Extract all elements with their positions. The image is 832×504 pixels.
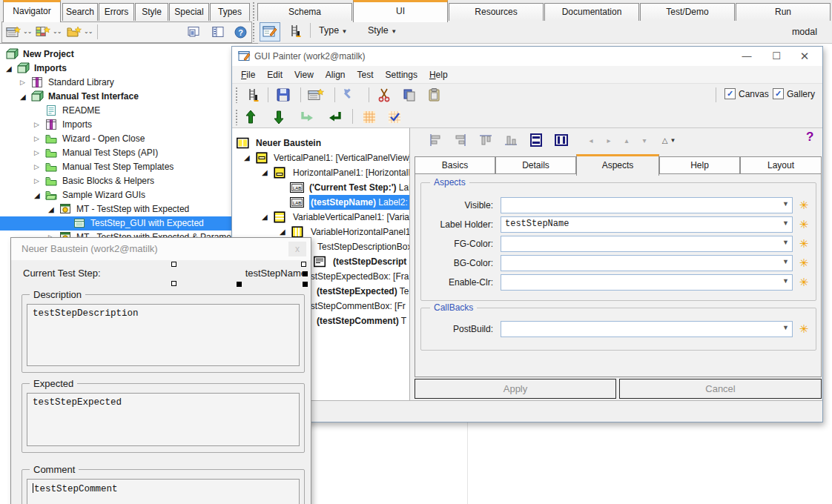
tree-item-teststep-gui-with-expected[interactable]: TestStep_GUI with Expected [0, 216, 258, 231]
visible-combo[interactable]: ▼ [501, 197, 793, 213]
minimize-icon[interactable]: — [735, 48, 759, 64]
undo-icon[interactable] [340, 85, 360, 105]
save-icon[interactable] [274, 85, 293, 105]
widget-row-horizontalpanel1[interactable]: ◢ HorizontalPanel1: [HorizontalP [232, 165, 409, 180]
tree-item-manual-test-steps-api[interactable]: ▷ Manual Test Steps (API) [0, 146, 258, 160]
expand-toggle-icon[interactable]: ▷ [34, 132, 39, 146]
tree-item-basic-blocks-helpers[interactable]: ▷ Basic Blocks & Helpers [0, 174, 258, 188]
canvas-checkbox[interactable]: ✓ Canvas [724, 88, 769, 99]
new-folder-icon[interactable] [66, 24, 82, 39]
chevron-down-icon[interactable]: ▼ [782, 324, 789, 331]
tab-style[interactable]: Style [135, 3, 168, 21]
paste-icon[interactable] [425, 85, 444, 105]
help-icon[interactable]: ? [232, 24, 248, 39]
tree-item-sample-wizard-guis[interactable]: ◢ Sample Wizard GUIs [0, 188, 258, 202]
align-top-icon[interactable] [475, 131, 496, 149]
visible-action-icon[interactable]: ✳ [797, 199, 810, 212]
menu-test[interactable]: Test [351, 70, 380, 80]
maximize-icon[interactable]: ☐ [765, 48, 788, 64]
tree-item-imports-inner[interactable]: ▷ Imports [0, 118, 258, 132]
cut-icon[interactable] [374, 85, 394, 105]
expand-toggle-icon[interactable]: ▷ [34, 146, 39, 160]
menu-edit[interactable]: Edit [261, 70, 288, 80]
expand-toggle-icon[interactable]: ▷ [34, 174, 39, 188]
menu-view[interactable]: View [288, 70, 320, 80]
selection-handle[interactable] [303, 282, 308, 287]
tree-item-wizard-open-close[interactable]: ▷ Wizard - Open Close [0, 132, 258, 146]
gui-browser-icon[interactable] [242, 85, 262, 105]
tree-item-manual-test-step-templates[interactable]: ▷ Manual Test Step Templates [0, 160, 258, 174]
bg-color-action-icon[interactable]: ✳ [797, 256, 810, 270]
expand-toggle-icon[interactable]: ▷ [20, 76, 25, 90]
fg-color-combo[interactable]: ▼ [501, 236, 793, 252]
align-right-icon[interactable] [450, 131, 471, 149]
painter-title-bar[interactable]: GUI Painter (work2@matilk) — ☐ ✕ [232, 47, 822, 66]
enable-clr-action-icon[interactable]: ✳ [797, 276, 810, 289]
tab-resources[interactable]: Resources [449, 3, 544, 21]
widget-row-verticalpanel1[interactable]: ◢ VerticalPanel1: [VerticalPanelView] [232, 150, 409, 165]
expand-toggle-icon[interactable]: ◢ [6, 62, 12, 76]
postbuild-combo[interactable]: ▼ [501, 321, 793, 337]
tree-item-manual-test-interface[interactable]: ◢ Manual Test Interface [0, 90, 258, 104]
menu-help[interactable]: Help [423, 70, 454, 80]
tree-item-mt-teststep-with-expected[interactable]: ◢ MT - TestStep with Expected [0, 202, 258, 216]
align-left-icon[interactable] [425, 131, 446, 149]
tab-ui[interactable]: UI [353, 0, 448, 22]
tab-documentation[interactable]: Documentation [544, 3, 639, 21]
tree-item-standard-library[interactable]: ▷ Standard Library [0, 76, 258, 90]
comment-textarea[interactable]: testStepComment [27, 479, 300, 504]
chevron-down-icon[interactable]: ▼ [782, 219, 789, 227]
test-step-name-widget[interactable]: testStepName [238, 268, 306, 279]
expand-toggle-icon[interactable]: ▷ [34, 118, 39, 132]
tab-navigator[interactable]: Navigator [3, 0, 61, 22]
postbuild-action-icon[interactable]: ✳ [797, 322, 810, 336]
selection-handle[interactable] [303, 271, 308, 276]
menu-align[interactable]: Align [320, 70, 351, 80]
tree-item-readme[interactable]: README [0, 104, 258, 118]
new-item-chevron-icon[interactable]: ⌄⌄ [53, 28, 61, 35]
new-canvas-icon[interactable] [306, 85, 326, 105]
copy-icon[interactable] [400, 85, 419, 105]
distribute-vertical-icon[interactable] [526, 131, 547, 149]
tab-types[interactable]: Types [210, 3, 250, 21]
tab-help[interactable]: Help [659, 156, 740, 173]
preview-title-bar[interactable]: Neuer Baustein (work2@matilk) x [11, 238, 311, 260]
tab-special[interactable]: Special [169, 3, 209, 21]
window-layout-icon[interactable] [186, 24, 202, 39]
tree-item-new-project[interactable]: New Project [0, 47, 258, 62]
widget-row-label1[interactable]: LAB ('Current Test Step:') Lab [232, 180, 409, 195]
chevron-down-icon[interactable]: ▼ [782, 258, 789, 265]
menu-file[interactable]: File [235, 70, 261, 80]
chevron-down-icon[interactable]: ▼ [782, 200, 789, 208]
ui-editor-icon[interactable] [260, 22, 280, 42]
label-holder-action-icon[interactable]: ✳ [797, 218, 810, 231]
expected-textarea[interactable]: testStepExpected [27, 393, 300, 446]
selection-handle[interactable] [171, 262, 176, 267]
type-dropdown[interactable]: Type ▼ [319, 25, 348, 36]
fg-color-action-icon[interactable]: ✳ [797, 237, 810, 251]
tab-aspects[interactable]: Aspects [576, 154, 659, 176]
expand-toggle-icon[interactable]: ◢ [20, 90, 26, 104]
widget-row-label2-selected[interactable]: LAB (testStepName) Label2: [L [232, 195, 409, 210]
tree-layout-icon[interactable] [211, 24, 227, 39]
tab-schema[interactable]: Schema [257, 3, 352, 21]
widget-root-row[interactable]: Neuer Baustein [232, 136, 409, 150]
nudge-right-icon[interactable]: ▸ [601, 131, 616, 149]
cancel-button[interactable]: Cancel [619, 379, 822, 399]
bg-color-combo[interactable]: ▼ [501, 255, 793, 271]
tab-basics[interactable]: Basics [415, 156, 495, 173]
preview-close-icon[interactable]: x [288, 242, 306, 256]
new-item-icon[interactable] [35, 24, 51, 39]
canvas-checkbox-box[interactable]: ✓ [724, 88, 736, 99]
move-into-icon[interactable] [297, 107, 317, 127]
expand-toggle-icon[interactable]: ◢ [262, 210, 268, 225]
enable-clr-combo[interactable]: ▼ [501, 274, 793, 291]
chevron-down-icon[interactable]: ▼ [782, 277, 789, 285]
grid-align-icon[interactable] [385, 107, 404, 127]
nudge-down-icon[interactable]: ▾ [637, 131, 652, 149]
gallery-checkbox-box[interactable]: ✓ [773, 88, 784, 99]
align-bottom-icon[interactable] [501, 131, 521, 149]
expand-toggle-icon[interactable]: ◢ [48, 202, 54, 216]
menu-settings[interactable]: Settings [380, 70, 423, 80]
move-out-icon[interactable] [326, 107, 345, 127]
